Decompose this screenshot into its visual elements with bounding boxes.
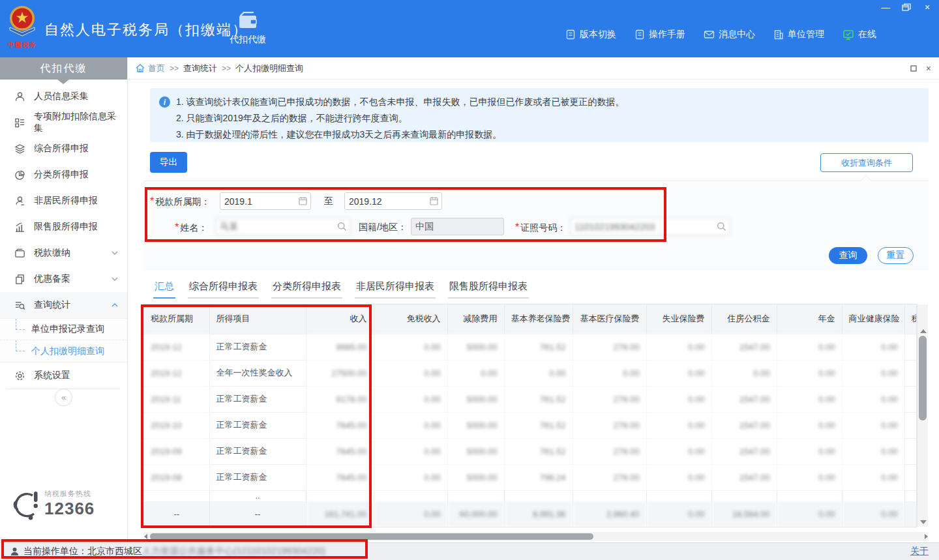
hotline-block: 纳税服务热线 12366 bbox=[9, 489, 95, 525]
nav-unit-management[interactable]: 单位管理 bbox=[773, 29, 824, 40]
sidebar-collapse-button[interactable]: « bbox=[55, 389, 72, 406]
current-unit-label: 当前操作单位： bbox=[23, 546, 87, 557]
sidebar-item-tax-payment[interactable]: 税款缴纳 bbox=[0, 240, 127, 266]
search-icon[interactable] bbox=[717, 222, 726, 234]
tab-classified-income[interactable]: 分类所得申报表 bbox=[271, 280, 342, 299]
nav-manual[interactable]: 操作手册 bbox=[634, 29, 685, 40]
sidebar-item-personnel-info[interactable]: 人员信息采集 bbox=[0, 83, 127, 110]
cell-amount: 0.00 bbox=[374, 386, 447, 412]
sidebar-item-preference-filing[interactable]: 优惠备案 bbox=[0, 266, 127, 292]
search-icon[interactable] bbox=[337, 222, 347, 234]
table-row[interactable]: 2019-10正常工资薪金7645.000.005000.00761.52279… bbox=[144, 412, 917, 438]
national-emblem-icon bbox=[7, 4, 37, 38]
sidebar-item-special-deduction[interactable]: 专项附加扣除信息采集 bbox=[0, 110, 127, 136]
cell-amount: 279.00 bbox=[573, 412, 646, 438]
sidebar-subitem-unit-declaration-query[interactable]: 单位申报记录查询 bbox=[0, 319, 127, 340]
nav-version-switch[interactable]: 版本切换 bbox=[565, 29, 616, 40]
nav-online-status[interactable]: 在线 bbox=[842, 29, 876, 40]
sidebar-item-query-statistics[interactable]: 查询统计 bbox=[0, 292, 127, 318]
cell-amount: 761.52 bbox=[504, 386, 573, 412]
pie-icon bbox=[14, 169, 25, 181]
sidebar-subitem-personal-withholding-query[interactable]: 个人扣缴明细查询 bbox=[0, 340, 127, 362]
scroll-down-icon[interactable] bbox=[920, 520, 927, 524]
cell-clipped bbox=[904, 464, 917, 490]
mail-icon bbox=[704, 29, 715, 40]
reset-button[interactable]: 重置 bbox=[878, 247, 914, 264]
sidebar-item-system-settings[interactable]: 系统设置 bbox=[0, 362, 127, 389]
sidebar-item-nonresident-income[interactable]: 非居民所得申报 bbox=[0, 188, 127, 214]
id-field-label: *证照号码： bbox=[515, 222, 566, 234]
collapse-query-conditions-button[interactable]: 收折查询条件 bbox=[820, 153, 913, 172]
cell-clipped bbox=[904, 501, 917, 527]
cell-amount: 1547.00 bbox=[711, 334, 777, 360]
cell-income-item: 正常工资薪金 bbox=[209, 438, 306, 464]
table-row[interactable]: 2019-11正常工资薪金9178.000.005000.00761.52279… bbox=[144, 386, 917, 412]
calendar-icon[interactable] bbox=[299, 196, 307, 208]
period-to-input[interactable] bbox=[344, 192, 442, 210]
cell-amount: 0.00 bbox=[777, 438, 842, 464]
cell-period: 2019-11 bbox=[144, 386, 209, 412]
table-row[interactable]: 2019-09正常工资薪金7645.000.005000.00761.52279… bbox=[144, 438, 917, 464]
pane-close-icon[interactable]: × bbox=[926, 63, 931, 74]
table-row[interactable]: 2019-12全年一次性奖金收入27500.000.000.000.000.00… bbox=[144, 360, 917, 386]
sidebar-item-label: 人员信息采集 bbox=[34, 91, 118, 102]
sidebar-item-comprehensive-income[interactable]: 综合所得申报 bbox=[0, 136, 127, 162]
scroll-right-icon[interactable] bbox=[925, 534, 928, 539]
notice-line: 2. 只能查询2019年及之后的数据，不能进行跨年度查询。 bbox=[176, 111, 919, 125]
cell-period: 2019-08 bbox=[144, 464, 209, 490]
cell-amount: 0.00 bbox=[646, 386, 711, 412]
tab-withholding-module[interactable]: 代扣代缴 bbox=[220, 12, 275, 57]
copy-icon bbox=[14, 274, 25, 285]
name-input[interactable] bbox=[215, 218, 351, 235]
hotline-number: 12366 bbox=[44, 499, 95, 519]
cell-amount: 798.24 bbox=[504, 464, 573, 490]
tab-comprehensive-income[interactable]: 综合所得申报表 bbox=[188, 280, 259, 299]
minimize-icon[interactable]: — bbox=[880, 3, 891, 12]
tab-restricted-shares[interactable]: 限售股所得申报表 bbox=[448, 280, 529, 299]
column-header: 税款所属期 bbox=[144, 304, 209, 334]
breadcrumb-home-label: 首页 bbox=[148, 63, 165, 74]
horizontal-scroll-thumb[interactable] bbox=[150, 533, 593, 540]
wallet-icon bbox=[14, 248, 25, 259]
horizontal-scrollbar[interactable] bbox=[143, 532, 929, 541]
calendar-icon[interactable] bbox=[430, 196, 438, 208]
column-header: 减除费用 bbox=[447, 304, 504, 334]
online-monitor-icon bbox=[842, 29, 854, 40]
search-list-icon bbox=[14, 300, 25, 311]
restore-icon[interactable] bbox=[901, 3, 912, 12]
pane-maximize-icon[interactable] bbox=[910, 65, 917, 72]
cell-amount: 0.00 bbox=[374, 360, 447, 386]
about-link[interactable]: 关于 bbox=[910, 546, 929, 557]
tab-nonresident-income[interactable]: 非居民所得申报表 bbox=[355, 280, 436, 299]
vertical-scroll-thumb[interactable] bbox=[919, 336, 927, 420]
cell-income-item: 正常工资薪金 bbox=[209, 334, 306, 360]
search-button[interactable]: 查询 bbox=[829, 247, 867, 264]
sidebar-item-label: 系统设置 bbox=[34, 370, 118, 381]
clipped-row: .. bbox=[144, 490, 917, 501]
table-row[interactable]: 2019-08正常工资薪金7645.000.005000.00798.24279… bbox=[144, 464, 917, 490]
cell-amount: 0.00 bbox=[374, 334, 447, 360]
breadcrumb-separator: >> bbox=[170, 64, 179, 73]
results-table-element: 税款所属期所得项目收入免税收入减除费用基本养老保险费基本医疗保险费失业保险费住房… bbox=[144, 304, 917, 527]
scroll-up-icon[interactable] bbox=[920, 329, 927, 333]
period-from-input[interactable] bbox=[220, 192, 311, 210]
sidebar-item-classified-income[interactable]: 分类所得申报 bbox=[0, 162, 127, 188]
id-number-input[interactable] bbox=[570, 218, 730, 235]
close-icon[interactable]: × bbox=[922, 3, 932, 12]
scroll-left-icon[interactable] bbox=[144, 534, 147, 539]
operator-icon bbox=[10, 547, 19, 556]
column-header: 年金 bbox=[777, 304, 842, 334]
breadcrumb-home-link[interactable]: 首页 bbox=[136, 63, 165, 74]
chevron-down-icon bbox=[112, 251, 118, 255]
cell-period: -- bbox=[144, 501, 209, 527]
period-to-wrap bbox=[344, 192, 442, 210]
nav-message-center[interactable]: 消息中心 bbox=[704, 29, 755, 40]
table-row[interactable]: 2019-12正常工资薪金9985.000.005000.00761.52279… bbox=[144, 334, 917, 360]
sidebar-item-restricted-shares[interactable]: 限售股所得申报 bbox=[0, 214, 127, 240]
export-button[interactable]: 导出 bbox=[150, 152, 187, 173]
sidebar-subitem-label: 个人扣缴明细查询 bbox=[31, 346, 104, 357]
column-header: 所得项目 bbox=[209, 304, 306, 334]
vertical-scrollbar[interactable] bbox=[917, 304, 928, 527]
cell-amount: 5000.00 bbox=[447, 412, 504, 438]
tab-summary[interactable]: 汇总 bbox=[153, 280, 175, 299]
